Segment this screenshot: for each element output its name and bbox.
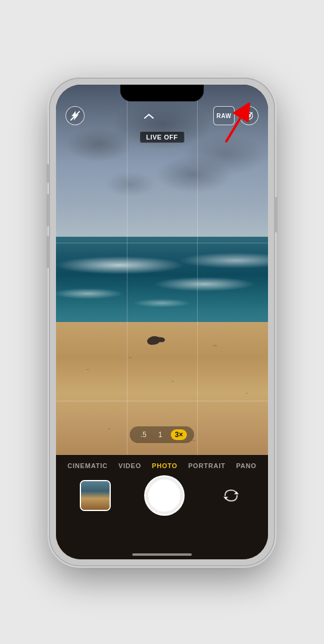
home-indicator: [132, 553, 192, 556]
mute-switch[interactable]: [46, 164, 49, 183]
phone-screen: RAW LIVE OFF: [56, 85, 268, 559]
mode-photo[interactable]: PHOTO: [152, 462, 177, 469]
mode-selector: CINEMATIC VIDEO PHOTO PORTRAIT PANO: [56, 455, 268, 475]
thumbnail-image: [81, 481, 110, 510]
flip-camera-icon: [222, 487, 240, 504]
volume-up-button[interactable]: [46, 194, 49, 227]
last-photo-thumbnail[interactable]: [80, 480, 111, 511]
flip-camera-button[interactable]: [218, 482, 244, 509]
mode-video[interactable]: VIDEO: [119, 462, 141, 469]
bottom-controls: CINEMATIC VIDEO PHOTO PORTRAIT PANO: [56, 455, 268, 559]
shutter-inner: [147, 478, 182, 513]
notch: [120, 85, 204, 101]
phone-frame: RAW LIVE OFF: [49, 78, 275, 566]
mode-portrait[interactable]: PORTRAIT: [188, 462, 226, 469]
mode-pano[interactable]: PANO: [236, 462, 257, 469]
wave-overlay: [56, 237, 268, 332]
shutter-row: [56, 475, 268, 516]
power-button[interactable]: [275, 197, 278, 233]
mode-cinematic[interactable]: CINEMATIC: [67, 462, 108, 469]
volume-down-button[interactable]: [46, 236, 49, 268]
shutter-button[interactable]: [144, 475, 185, 516]
